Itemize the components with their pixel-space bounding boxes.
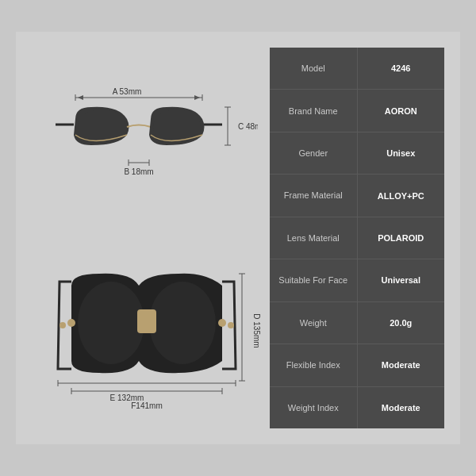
svg-point-23 <box>149 282 216 364</box>
spec-value: 4246 <box>358 48 445 89</box>
spec-row: Lens MaterialPOLAROID <box>270 217 444 259</box>
spec-value: 20.0g <box>358 302 445 344</box>
svg-text:A 53mm: A 53mm <box>113 87 142 96</box>
spec-value: Unisex <box>358 132 445 174</box>
spec-row: Suitable For FaceUniversal <box>270 259 444 301</box>
svg-point-27 <box>60 322 66 328</box>
spec-row: Flexible IndexModerate <box>270 344 444 386</box>
svg-marker-4 <box>194 95 200 100</box>
svg-rect-24 <box>137 309 156 333</box>
svg-text:C 48mm: C 48mm <box>238 122 258 131</box>
spec-row: Brand NameAORON <box>270 90 444 132</box>
spec-label: Weight Index <box>270 387 358 428</box>
spec-label: Suitable For Face <box>270 259 358 301</box>
svg-point-22 <box>78 282 144 364</box>
glasses-top-svg: D 135mm <box>52 266 266 405</box>
spec-value: POLAROID <box>358 217 445 259</box>
spec-row: Frame MaterialALLOY+PC <box>270 175 444 217</box>
glasses-front-svg: A 53mm <box>52 83 258 194</box>
spec-row: Weight20.0g <box>270 302 444 344</box>
spec-row: Model4246 <box>270 48 444 90</box>
spec-value: Moderate <box>358 387 445 428</box>
spec-row: GenderUnisex <box>270 132 444 175</box>
spec-label: Gender <box>270 132 358 174</box>
spec-label: Brand Name <box>270 90 358 131</box>
svg-point-25 <box>67 319 75 327</box>
svg-text:D 135mm: D 135mm <box>252 313 261 347</box>
spec-row: Weight IndexModerate <box>270 387 444 428</box>
glasses-front-diagram: A 53mm <box>52 83 242 186</box>
spec-value: ALLOY+PC <box>358 175 445 216</box>
spec-label: Lens Material <box>270 217 358 259</box>
spec-label: Frame Material <box>270 175 358 216</box>
spec-value: Universal <box>358 259 445 301</box>
main-container: A 53mm <box>16 32 460 444</box>
specs-panel: Model4246Brand NameAORONGenderUnisexFram… <box>270 48 444 428</box>
svg-marker-3 <box>78 95 83 100</box>
spec-label: Model <box>270 48 358 89</box>
spec-value: Moderate <box>358 344 445 386</box>
svg-point-28 <box>228 322 234 328</box>
svg-point-26 <box>218 319 226 327</box>
spec-value: AORON <box>358 90 445 131</box>
svg-text:B 18mm: B 18mm <box>124 167 153 176</box>
spec-label: Flexible Index <box>270 344 358 386</box>
spec-label: Weight <box>270 302 358 344</box>
glasses-top-diagram: D 135mm <box>52 266 242 393</box>
left-panel: A 53mm <box>32 48 262 428</box>
